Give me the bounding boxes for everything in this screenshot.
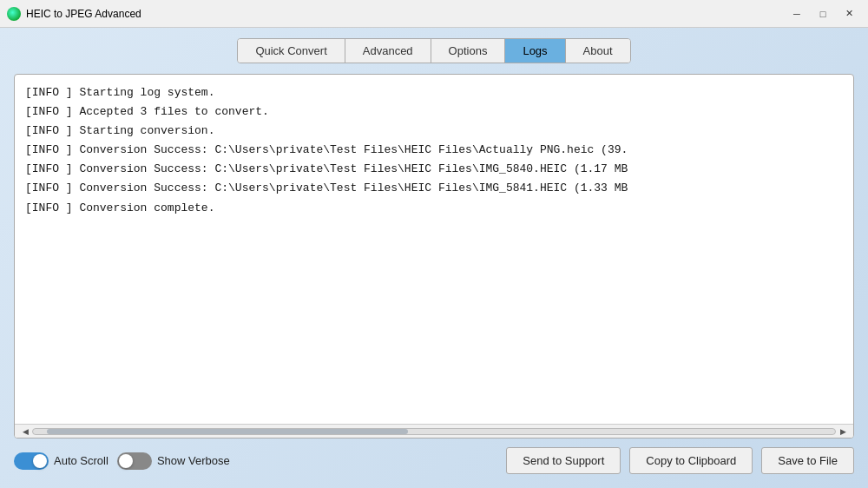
send-to-support-button[interactable]: Send to Support [506,447,621,474]
log-panel: [INFO ] Starting log system.[INFO ] Acce… [14,74,854,439]
tab-about[interactable]: About [566,39,630,63]
log-line: [INFO ] Conversion complete. [25,199,843,218]
main-content: Quick Convert Advanced Options Logs Abou… [0,28,868,488]
title-bar: HEIC to JPEG Advanced ─ □ ✕ [0,0,868,28]
log-line: [INFO ] Accepted 3 files to convert. [25,102,843,122]
scrollbar-track[interactable] [32,428,836,435]
tab-advanced[interactable]: Advanced [345,39,431,63]
tabs-bar: Quick Convert Advanced Options Logs Abou… [14,38,854,63]
minimize-button[interactable]: ─ [785,5,809,23]
show-verbose-knob [119,454,133,468]
scrollbar-thumb[interactable] [47,429,408,434]
save-to-file-button[interactable]: Save to File [761,447,854,474]
horizontal-scrollbar[interactable]: ◀ ▶ [15,424,853,438]
show-verbose-group: Show Verbose [117,452,230,470]
log-content: [INFO ] Starting log system.[INFO ] Acce… [15,75,853,424]
log-line: [INFO ] Conversion Success: C:\Users\pri… [25,179,843,198]
auto-scroll-knob [33,454,47,468]
tab-options[interactable]: Options [431,39,506,63]
auto-scroll-group: Auto Scroll [14,452,108,470]
tab-logs[interactable]: Logs [505,39,565,63]
log-line: [INFO ] Starting log system. [25,83,843,102]
log-line: [INFO ] Conversion Success: C:\Users\pri… [25,160,843,179]
close-button[interactable]: ✕ [837,5,861,23]
scroll-right-arrow[interactable]: ▶ [836,427,850,436]
show-verbose-toggle[interactable] [117,452,152,470]
auto-scroll-toggle[interactable] [14,452,49,470]
window-controls: ─ □ ✕ [785,5,861,23]
show-verbose-label: Show Verbose [157,454,230,467]
tab-quick-convert[interactable]: Quick Convert [238,39,345,63]
log-line: [INFO ] Starting conversion. [25,122,843,141]
bottom-bar: Auto Scroll Show Verbose Send to Support… [14,439,854,474]
copy-to-clipboard-button[interactable]: Copy to Clipboard [629,447,753,474]
auto-scroll-label: Auto Scroll [54,454,108,467]
window-title: HEIC to JPEG Advanced [26,8,785,20]
scroll-left-arrow[interactable]: ◀ [18,427,32,436]
log-line: [INFO ] Conversion Success: C:\Users\pri… [25,141,843,160]
maximize-button[interactable]: □ [811,5,835,23]
tabs-container: Quick Convert Advanced Options Logs Abou… [237,38,630,63]
app-icon [7,7,21,21]
